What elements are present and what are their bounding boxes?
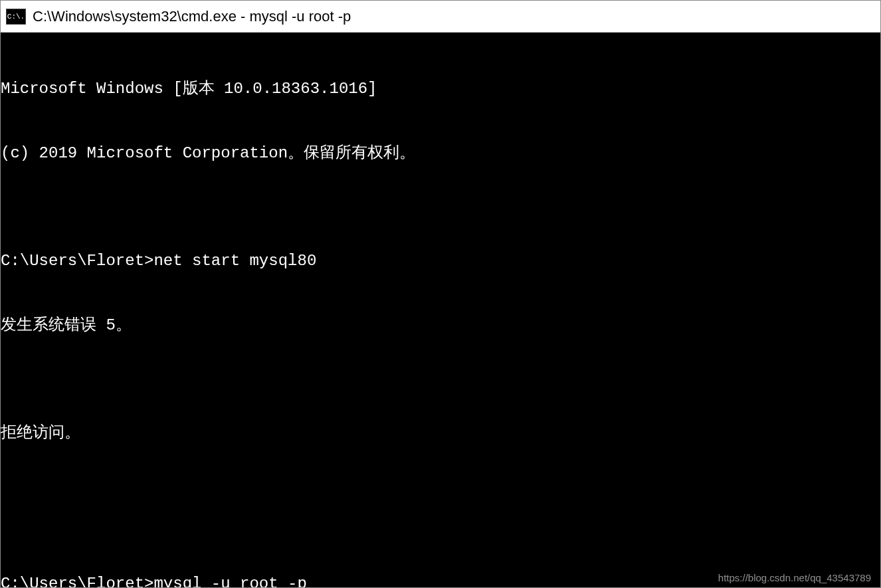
terminal-line: 拒绝访问。 (1, 423, 880, 444)
window-title-bar[interactable]: C:\. C:\Windows\system32\cmd.exe - mysql… (1, 1, 880, 33)
terminal-line: C:\Users\Floret>net start mysql80 (1, 250, 880, 272)
window-title: C:\Windows\system32\cmd.exe - mysql -u r… (33, 8, 351, 25)
terminal-output[interactable]: Microsoft Windows [版本 10.0.18363.1016] (… (1, 33, 880, 588)
watermark-text: https://blog.csdn.net/qq_43543789 (718, 571, 871, 585)
cmd-icon: C:\. (6, 9, 26, 25)
terminal-line: 发生系统错误 5。 (1, 315, 880, 336)
terminal-line: (c) 2019 Microsoft Corporation。保留所有权利。 (1, 143, 880, 164)
terminal-line: Microsoft Windows [版本 10.0.18363.1016] (1, 78, 880, 100)
